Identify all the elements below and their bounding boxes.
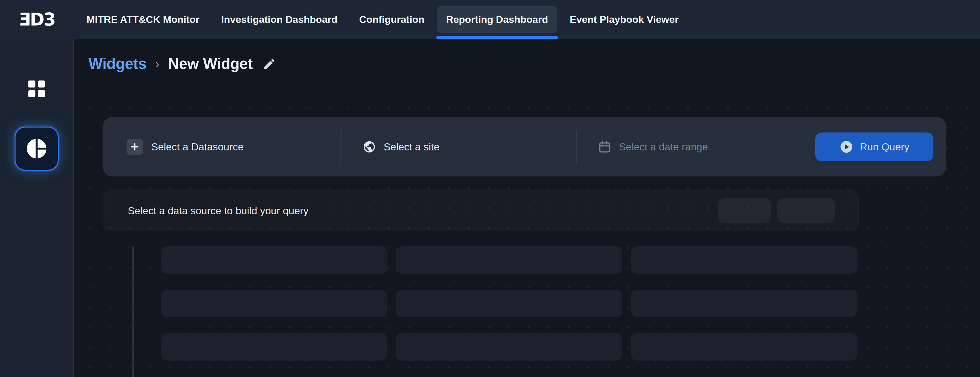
select-date-range-button[interactable]: Select a date range (578, 140, 708, 154)
run-query-button[interactable]: Run Query (815, 132, 934, 161)
skeleton-bar (396, 246, 622, 274)
select-site-button[interactable]: Select a site (341, 140, 576, 154)
workspace: Select a Datasource Select a site (74, 89, 980, 377)
pie-chart-icon (25, 137, 48, 161)
query-bar: Select a Datasource Select a site (103, 117, 946, 177)
builder-pills (718, 198, 835, 223)
sidebar-item-widgets[interactable] (15, 127, 59, 170)
plus-icon (127, 138, 143, 155)
skeleton-bar (396, 333, 622, 361)
skeleton-vertical-line (132, 246, 134, 377)
play-circle-icon (839, 140, 853, 154)
builder-panel: Select a data source to build your query (103, 190, 859, 231)
select-datasource-button[interactable]: Select a Datasource (114, 138, 340, 155)
d3-logo: ƎD3 (19, 11, 55, 28)
skeleton-area (103, 246, 980, 377)
page-title: New Widget (168, 55, 253, 72)
skeleton-bar (396, 290, 622, 317)
breadcrumb: Widgets › New Widget (74, 39, 980, 89)
top-nav: ƎD3 MITRE ATT&CK Monitor Investigation D… (0, 0, 980, 39)
nav-reporting-dashboard[interactable]: Reporting Dashboard (437, 6, 557, 33)
select-site-label: Select a site (383, 141, 440, 153)
skeleton-bar (631, 333, 858, 361)
breadcrumb-widgets-link[interactable]: Widgets (89, 55, 146, 72)
sidebar-item-dashboard[interactable] (15, 67, 59, 111)
skeleton-bar (631, 290, 858, 317)
globe-icon (363, 140, 376, 154)
skeleton-bar (161, 246, 387, 274)
app-root: ƎD3 MITRE ATT&CK Monitor Investigation D… (0, 0, 980, 377)
select-datasource-label: Select a Datasource (151, 141, 243, 153)
nav-configuration[interactable]: Configuration (350, 6, 433, 33)
top-nav-items: MITRE ATT&CK Monitor Investigation Dashb… (78, 0, 687, 39)
calendar-icon (598, 140, 611, 154)
skeleton-grid (161, 246, 858, 377)
placeholder-pill (718, 198, 771, 223)
skeleton-bar (161, 333, 387, 361)
nav-mitre-attck-monitor[interactable]: MITRE ATT&CK Monitor (78, 6, 208, 33)
main-content: Widgets › New Widget (74, 39, 980, 377)
sidebar (0, 39, 74, 377)
grid-icon (25, 78, 48, 100)
skeleton-bar (631, 246, 858, 274)
select-date-range-label: Select a date range (619, 141, 708, 153)
builder-empty-message: Select a data source to build your query (128, 205, 309, 216)
nav-event-playbook-viewer[interactable]: Event Playbook Viewer (561, 6, 687, 33)
nav-investigation-dashboard[interactable]: Investigation Dashboard (212, 6, 347, 33)
run-query-label: Run Query (860, 141, 909, 153)
pencil-icon[interactable] (262, 57, 276, 71)
body-row: Widgets › New Widget (0, 39, 980, 377)
placeholder-pill (777, 198, 835, 223)
skeleton-bar (161, 290, 387, 317)
breadcrumb-separator: › (155, 57, 159, 71)
